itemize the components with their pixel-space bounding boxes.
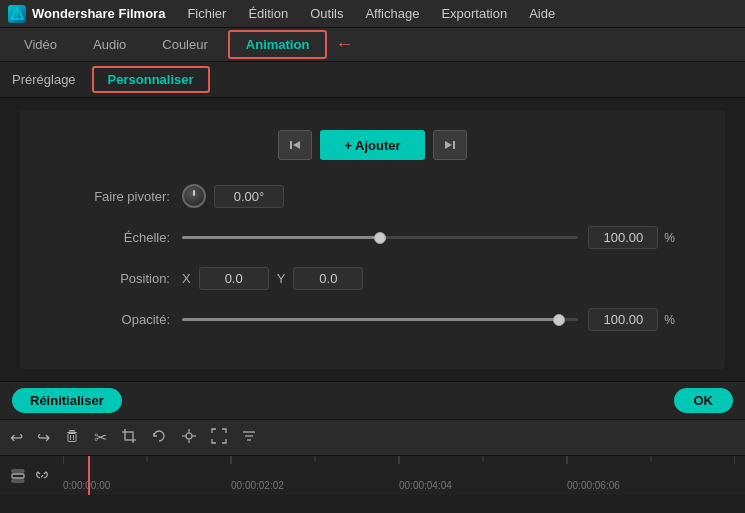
sub-tabs-row: Préréglage Personnaliser xyxy=(0,62,745,98)
svg-point-17 xyxy=(186,433,192,439)
layer-icon[interactable] xyxy=(10,468,26,484)
position-inputs: X 0.0 Y 0.0 xyxy=(182,267,363,290)
menu-outils[interactable]: Outils xyxy=(300,2,353,25)
scale-label: Échelle: xyxy=(70,230,170,245)
preset-label: Préréglage xyxy=(12,72,76,87)
scale-value[interactable]: 100.00 xyxy=(588,226,658,249)
toolbar: ↩ ↪ ✂ xyxy=(0,419,745,455)
svg-point-2 xyxy=(16,16,17,17)
tab-animation[interactable]: Animation xyxy=(228,30,328,59)
fullscreen-icon[interactable] xyxy=(211,428,227,448)
rotate-left-icon[interactable] xyxy=(151,428,167,448)
ruler-ticks xyxy=(63,456,735,495)
position-label: Position: xyxy=(70,271,170,286)
add-keyframe-button[interactable]: + Ajouter xyxy=(320,130,424,160)
menu-aide[interactable]: Aide xyxy=(519,2,565,25)
animation-panel: + Ajouter Faire pivoter: 0.00° Échelle: … xyxy=(20,110,725,369)
opacity-value[interactable]: 100.00 xyxy=(588,308,658,331)
svg-rect-26 xyxy=(12,470,24,472)
scale-row: Échelle: 100.00 % xyxy=(30,226,715,249)
opacity-label: Opacité: xyxy=(70,312,170,327)
opacity-slider-track[interactable] xyxy=(182,318,578,321)
svg-marker-6 xyxy=(445,141,452,149)
timeline: 0:00:00:00 00:00:02:02 00:00:04:04 00:00… xyxy=(0,455,745,495)
svg-rect-25 xyxy=(12,474,24,478)
scale-slider-container xyxy=(182,236,578,239)
filter-icon[interactable] xyxy=(241,428,257,448)
cut-icon[interactable]: ✂ xyxy=(94,428,107,447)
svg-rect-9 xyxy=(68,433,76,441)
arrow-right-icon: ← xyxy=(335,34,353,55)
tab-video[interactable]: Vidéo xyxy=(8,32,73,57)
svg-rect-3 xyxy=(290,141,292,149)
opacity-percent: % xyxy=(664,313,675,327)
undo-icon[interactable]: ↩ xyxy=(10,428,23,447)
tabs-row: Vidéo Audio Couleur Animation ← xyxy=(0,28,745,62)
menu-affichage[interactable]: Affichage xyxy=(355,2,429,25)
svg-rect-12 xyxy=(125,432,133,440)
delete-icon[interactable] xyxy=(64,428,80,448)
y-label: Y xyxy=(277,271,286,286)
transform-icon[interactable] xyxy=(181,428,197,448)
svg-rect-7 xyxy=(69,430,75,432)
svg-rect-8 xyxy=(67,432,77,433)
timeline-ruler[interactable]: 0:00:00:00 00:00:02:02 00:00:04:04 00:00… xyxy=(63,456,735,495)
redo-icon[interactable]: ↪ xyxy=(37,428,50,447)
app-logo: Wondershare Filmora xyxy=(8,5,165,23)
svg-marker-4 xyxy=(293,141,300,149)
y-input[interactable]: 0.0 xyxy=(293,267,363,290)
rotate-row: Faire pivoter: 0.00° xyxy=(30,184,715,208)
svg-rect-5 xyxy=(453,141,455,149)
scale-percent: % xyxy=(664,231,675,245)
opacity-row: Opacité: 100.00 % xyxy=(30,308,715,331)
link-icon[interactable] xyxy=(34,468,50,484)
scale-slider-track[interactable] xyxy=(182,236,578,239)
rotate-dial[interactable] xyxy=(182,184,206,208)
sub-tab-personnaliser[interactable]: Personnaliser xyxy=(92,66,210,93)
rotate-value[interactable]: 0.00° xyxy=(214,185,284,208)
x-input[interactable]: 0.0 xyxy=(199,267,269,290)
x-label: X xyxy=(182,271,191,286)
tab-audio[interactable]: Audio xyxy=(77,32,142,57)
reset-button[interactable]: Réinitialiser xyxy=(12,388,122,413)
opacity-slider-container xyxy=(182,318,578,321)
svg-rect-27 xyxy=(12,480,24,482)
menu-bar: Fichier Édition Outils Affichage Exporta… xyxy=(177,2,737,25)
logo-icon xyxy=(8,5,26,23)
timeline-icons xyxy=(10,468,50,484)
app-name: Wondershare Filmora xyxy=(32,6,165,21)
menu-exportation[interactable]: Exportation xyxy=(431,2,517,25)
prev-keyframe-button[interactable] xyxy=(278,130,312,160)
keyframe-controls: + Ajouter xyxy=(278,130,466,160)
title-bar: Wondershare Filmora Fichier Édition Outi… xyxy=(0,0,745,28)
menu-fichier[interactable]: Fichier xyxy=(177,2,236,25)
next-keyframe-button[interactable] xyxy=(433,130,467,160)
bottom-bar: Réinitialiser OK xyxy=(0,381,745,419)
menu-edition[interactable]: Édition xyxy=(238,2,298,25)
ok-button[interactable]: OK xyxy=(674,388,734,413)
position-row: Position: X 0.0 Y 0.0 xyxy=(30,267,715,290)
tab-couleur[interactable]: Couleur xyxy=(146,32,224,57)
crop-icon[interactable] xyxy=(121,428,137,448)
playhead xyxy=(88,456,90,495)
rotate-label: Faire pivoter: xyxy=(70,189,170,204)
